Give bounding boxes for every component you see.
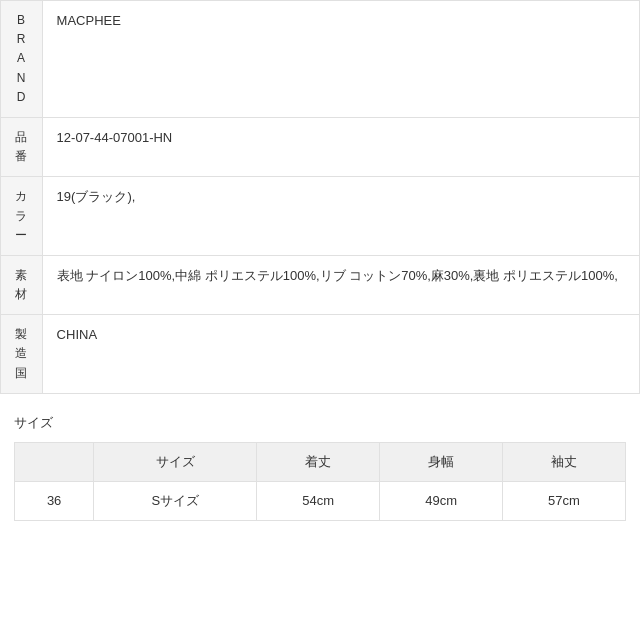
size-column-header: 袖丈 [503, 442, 626, 481]
size-column-header: 身幅 [380, 442, 503, 481]
size-table: サイズ着丈身幅袖丈 36Sサイズ54cm49cm57cm [14, 442, 626, 521]
detail-label: BRAND [1, 1, 43, 118]
size-cell: Sサイズ [94, 481, 257, 520]
size-column-header [15, 442, 94, 481]
detail-label: 品番 [1, 117, 43, 176]
size-table-wrapper: サイズ着丈身幅袖丈 36Sサイズ54cm49cm57cm [14, 442, 626, 521]
size-section-label: サイズ [14, 414, 640, 432]
detail-value: CHINA [42, 315, 639, 394]
size-cell: 36 [15, 481, 94, 520]
details-table: BRANDMACPHEE品番12-07-44-07001-HNカラー19(ブラッ… [0, 0, 640, 394]
detail-label: 製造国 [1, 315, 43, 394]
detail-value: MACPHEE [42, 1, 639, 118]
size-column-header: 着丈 [257, 442, 380, 481]
size-cell: 49cm [380, 481, 503, 520]
detail-label: カラー [1, 177, 43, 256]
size-column-header: サイズ [94, 442, 257, 481]
detail-value: 表地 ナイロン100%,中綿 ポリエステル100%,リブ コットン70%,麻30… [42, 255, 639, 314]
detail-value: 19(ブラック), [42, 177, 639, 256]
size-cell: 54cm [257, 481, 380, 520]
detail-value: 12-07-44-07001-HN [42, 117, 639, 176]
detail-label: 素材 [1, 255, 43, 314]
size-cell: 57cm [503, 481, 626, 520]
